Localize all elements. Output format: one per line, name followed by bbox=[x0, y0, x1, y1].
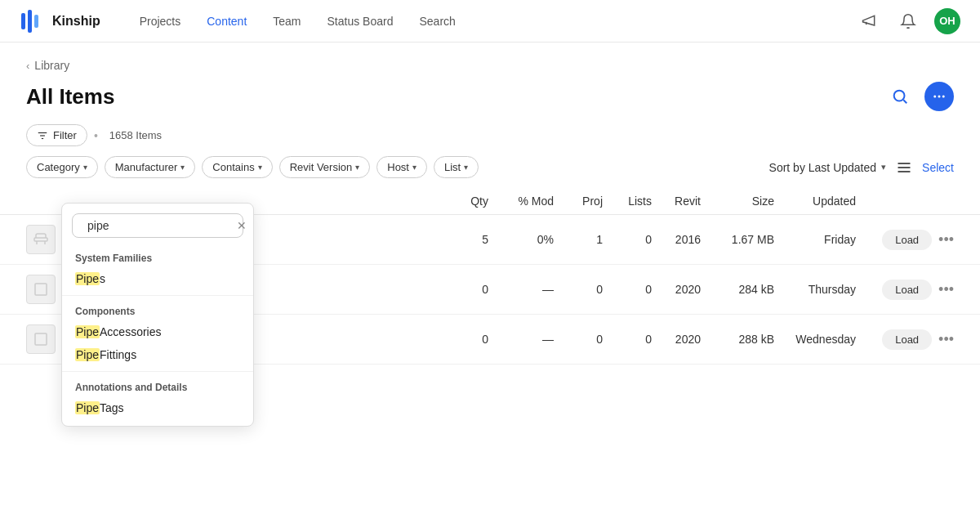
row-mod: 0% bbox=[488, 233, 554, 246]
navigation: Kinship Projects Content Team Status Boa… bbox=[0, 0, 980, 43]
dropdown-clear-button[interactable]: ✕ bbox=[237, 219, 247, 232]
search-button[interactable] bbox=[885, 82, 915, 111]
load-button[interactable]: Load bbox=[882, 280, 932, 300]
chip-list-label: List bbox=[444, 161, 461, 173]
chip-contains-arrow: ▾ bbox=[258, 163, 262, 172]
row-size: 284 kB bbox=[701, 283, 774, 296]
dropdown-item-suffix: Fittings bbox=[100, 348, 136, 361]
dropdown-section-components-title: Components bbox=[62, 301, 253, 320]
nav-status-board[interactable]: Status Board bbox=[327, 15, 394, 28]
row-qty: 0 bbox=[439, 333, 488, 346]
col-header-qty: Qty bbox=[439, 195, 488, 208]
chip-host-label: Host bbox=[387, 161, 409, 173]
dropdown-item-pipe-fittings[interactable]: Pipe Fittings bbox=[62, 343, 253, 365]
row-qty: 5 bbox=[439, 233, 488, 246]
svg-point-3 bbox=[894, 91, 905, 101]
search-icon bbox=[891, 87, 909, 105]
filter-button[interactable]: Filter bbox=[26, 124, 87, 146]
row-lists: 0 bbox=[603, 283, 652, 296]
dropdown-search-container: ✕ bbox=[72, 213, 243, 238]
nav-search[interactable]: Search bbox=[419, 15, 455, 28]
breadcrumb[interactable]: ‹ Library bbox=[0, 43, 980, 78]
logo[interactable]: Kinship bbox=[20, 8, 100, 34]
col-header-revit: Revit bbox=[652, 195, 701, 208]
notification-megaphone-button[interactable] bbox=[856, 8, 882, 34]
dropdown-item-highlight: Pipe bbox=[75, 272, 100, 285]
row-thumbnail bbox=[26, 225, 56, 254]
chair-icon bbox=[31, 230, 51, 249]
row-updated: Wednesday bbox=[774, 333, 856, 346]
select-button[interactable]: Select bbox=[922, 161, 954, 174]
chip-revit-version[interactable]: Revit Version ▾ bbox=[279, 156, 371, 178]
svg-rect-14 bbox=[35, 284, 47, 295]
chip-revit-version-arrow: ▾ bbox=[355, 163, 359, 172]
dropdown-divider bbox=[62, 295, 253, 296]
chip-contains[interactable]: Contains ▾ bbox=[202, 156, 272, 178]
sort-button[interactable]: Sort by Last Updated ▾ bbox=[769, 161, 887, 174]
more-options-button[interactable] bbox=[924, 82, 954, 111]
sort-arrow-icon: ▾ bbox=[881, 162, 886, 172]
row-mod: — bbox=[488, 333, 554, 346]
chip-list-arrow: ▾ bbox=[464, 163, 468, 172]
row-qty: 0 bbox=[439, 283, 488, 296]
row-more-button[interactable]: ••• bbox=[938, 281, 954, 298]
col-header-updated: Updated bbox=[774, 195, 856, 208]
nav-content[interactable]: Content bbox=[207, 15, 247, 28]
row-more-button[interactable]: ••• bbox=[938, 231, 954, 248]
item-icon bbox=[31, 280, 51, 299]
col-header-size: Size bbox=[701, 195, 774, 208]
dropdown-item-suffix: Accessories bbox=[100, 325, 161, 338]
row-lists: 0 bbox=[603, 333, 652, 346]
dropdown-item-suffix: s bbox=[100, 272, 105, 285]
col-header-mod: % Mod bbox=[488, 195, 554, 208]
load-button[interactable]: Load bbox=[882, 230, 932, 250]
nav-right: OH bbox=[856, 8, 960, 34]
user-avatar[interactable]: OH bbox=[934, 8, 960, 34]
nav-team[interactable]: Team bbox=[273, 15, 301, 28]
svg-rect-13 bbox=[34, 238, 47, 241]
chip-manufacturer[interactable]: Manufacturer ▾ bbox=[105, 156, 196, 178]
row-updated: Friday bbox=[774, 233, 856, 246]
load-button[interactable]: Load bbox=[882, 329, 932, 350]
row-lists: 0 bbox=[603, 233, 652, 246]
kinship-logo-icon bbox=[20, 8, 46, 34]
breadcrumb-back-arrow: ‹ bbox=[26, 60, 29, 72]
dropdown-item-pipe-accessories[interactable]: Pipe Accessories bbox=[62, 320, 253, 343]
chip-category[interactable]: Category ▾ bbox=[26, 156, 98, 178]
dropdown-search-input[interactable] bbox=[87, 219, 230, 232]
dropdown-item-highlight: Pipe bbox=[75, 325, 100, 338]
row-proj: 0 bbox=[554, 333, 603, 346]
nav-links: Projects Content Team Status Board Searc… bbox=[140, 15, 856, 28]
filter-label: Filter bbox=[53, 129, 77, 141]
row-actions: Load ••• bbox=[856, 329, 954, 350]
row-revit: 2020 bbox=[652, 283, 701, 296]
row-proj: 0 bbox=[554, 283, 603, 296]
chips-row: Category ▾ Manufacturer ▾ Contains ▾ Rev… bbox=[0, 156, 980, 188]
list-view-icon bbox=[896, 159, 912, 176]
svg-point-4 bbox=[933, 96, 936, 98]
row-revit: 2016 bbox=[652, 233, 701, 246]
col-header-lists: Lists bbox=[603, 195, 652, 208]
chip-manufacturer-label: Manufacturer bbox=[115, 161, 178, 173]
category-dropdown: ✕ System Families Pipes Components Pipe … bbox=[61, 203, 254, 365]
bell-button[interactable] bbox=[895, 8, 921, 34]
row-size: 288 kB bbox=[701, 333, 774, 346]
page-header-actions bbox=[885, 82, 954, 111]
row-more-button[interactable]: ••• bbox=[938, 331, 954, 348]
nav-projects[interactable]: Projects bbox=[140, 15, 181, 28]
bell-icon bbox=[900, 13, 916, 29]
view-list-button[interactable] bbox=[896, 159, 912, 176]
filter-row: Filter • 1658 Items bbox=[0, 121, 980, 156]
dropdown-item-pipes[interactable]: Pipes bbox=[62, 267, 253, 290]
row-actions: Load ••• bbox=[856, 230, 954, 250]
row-size: 1.67 MB bbox=[701, 233, 774, 246]
row-proj: 1 bbox=[554, 233, 603, 246]
row-updated: Thursday bbox=[774, 283, 856, 296]
chip-list[interactable]: List ▾ bbox=[434, 156, 479, 178]
dropdown-item-highlight: Pipe bbox=[75, 348, 100, 361]
chip-revit-version-label: Revit Version bbox=[290, 161, 353, 173]
breadcrumb-label: Library bbox=[34, 59, 69, 72]
chip-category-label: Category bbox=[37, 161, 80, 173]
chip-host[interactable]: Host ▾ bbox=[376, 156, 427, 178]
svg-point-6 bbox=[942, 96, 945, 98]
